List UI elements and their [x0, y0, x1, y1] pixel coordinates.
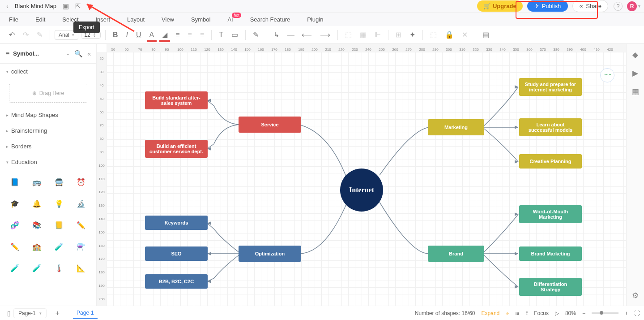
menu-view[interactable]: View — [162, 16, 174, 23]
graduate-icon[interactable]: 🎓 — [6, 195, 23, 212]
underline-button[interactable]: U — [133, 29, 144, 41]
back-button[interactable]: ‹ — [4, 3, 11, 10]
focus-label[interactable]: Focus — [534, 310, 549, 316]
align-right-button[interactable]: ≡ — [197, 29, 207, 41]
flask-icon[interactable]: 🧪 — [51, 238, 68, 255]
text-tool-button[interactable]: T — [216, 29, 226, 41]
lock-button[interactable]: 🔒 — [442, 29, 456, 41]
help-button[interactable]: ? — [614, 2, 623, 11]
page-tab[interactable]: Page-1 — [73, 308, 98, 319]
outline-icon[interactable]: ▯ — [4, 308, 13, 319]
node-service[interactable]: Service — [239, 117, 301, 133]
node-marketing[interactable]: Marketing — [428, 119, 484, 135]
menu-search-feature[interactable]: Search Feature — [250, 16, 290, 23]
pencils-icon[interactable]: ✏️ — [73, 216, 90, 234]
expand-icon[interactable]: ⟐ — [506, 310, 509, 316]
bell-icon[interactable]: 🔔 — [28, 195, 45, 212]
bold-button[interactable]: B — [110, 29, 121, 41]
save-icon[interactable]: ▣ — [63, 2, 69, 10]
node-marketing-leaf2[interactable]: Learn about successful models — [519, 118, 582, 136]
node-marketing-leaf3[interactable]: Creative Planning — [519, 154, 582, 169]
schoolbus-icon[interactable]: 🚍 — [51, 173, 68, 190]
share-button[interactable]: ∝ Share — [572, 0, 608, 12]
align-left-button[interactable]: ≡ — [173, 29, 182, 41]
add-page-button[interactable]: + — [55, 309, 60, 317]
node-opt-leaf3[interactable]: B2B, B2C, C2C — [145, 274, 208, 289]
arrow-start-button[interactable]: ⟵ — [299, 29, 315, 41]
fill-icon[interactable]: ◆ — [632, 50, 638, 60]
align-center-button[interactable]: ≡ — [185, 29, 195, 41]
image-button[interactable]: ▭ — [229, 29, 241, 41]
arrow-end-button[interactable]: ⟶ — [317, 29, 333, 41]
avatar-caret-icon[interactable]: ▾ — [638, 4, 640, 9]
star-icon[interactable]: ☆ — [87, 2, 93, 10]
pencil-icon[interactable]: ✏️ — [6, 238, 23, 255]
sidebar-collapse-icon[interactable]: « — [87, 50, 91, 57]
alarm-icon[interactable]: ⏰ — [73, 173, 90, 190]
ai-panel-icon[interactable]: ▶ — [632, 69, 638, 78]
table-button[interactable]: ▤ — [480, 29, 492, 41]
fullscreen-icon[interactable]: ⛶ — [634, 310, 640, 316]
node-service-leaf1[interactable]: Build standard after-sales system — [145, 91, 208, 109]
node-opt-leaf1[interactable]: Keywords — [145, 216, 208, 230]
binder-icon[interactable]: 📒 — [51, 216, 68, 234]
books-icon[interactable]: 📚 — [28, 216, 45, 234]
crop-button[interactable]: ⬚ — [427, 29, 439, 41]
tube-icon[interactable]: 🧪 — [6, 259, 23, 277]
node-brand-leaf3[interactable]: Differentiation Strategy — [519, 278, 582, 296]
pen-button[interactable]: ✎ — [250, 29, 261, 41]
align-objects-button[interactable]: ⊩ — [372, 29, 384, 41]
canvas[interactable]: 〰 Internet — [107, 52, 626, 306]
avatar[interactable]: R — [627, 1, 637, 11]
category-borders[interactable]: ▸Borders — [0, 138, 96, 154]
menu-layout[interactable]: Layout — [127, 16, 145, 23]
school-icon[interactable]: 🏫 — [28, 238, 45, 255]
export-icon[interactable]: ⇱ — [75, 2, 81, 10]
node-brand-leaf1[interactable]: Word-of-Mouth Marketing — [519, 205, 582, 223]
tools-button[interactable]: ✕ — [459, 29, 470, 41]
effects-button[interactable]: ✦ — [407, 29, 418, 41]
publish-button[interactable]: ✈ Publish — [527, 0, 568, 12]
node-opt-leaf2[interactable]: SEO — [145, 246, 208, 261]
format-painter-button[interactable]: ✎ — [34, 29, 45, 41]
italic-button[interactable]: I — [124, 29, 131, 41]
ruler-icon[interactable]: 📐 — [73, 259, 90, 277]
highlight-button[interactable]: ◢ — [159, 29, 170, 41]
node-center[interactable]: Internet — [340, 169, 383, 212]
tube2-icon[interactable]: 🧪 — [28, 259, 45, 277]
expand-link[interactable]: Expand — [482, 310, 500, 316]
grid-icon[interactable]: ▦ — [632, 87, 639, 96]
settings-panel-icon[interactable]: ⚙ — [632, 291, 639, 300]
group-button[interactable]: ⬚ — [342, 29, 354, 41]
redo-button[interactable]: ↷ — [20, 29, 31, 41]
dna-icon[interactable]: 🧬 — [6, 216, 23, 234]
thermometer-icon[interactable]: 🌡️ — [51, 259, 68, 277]
lamp-icon[interactable]: 💡 — [51, 195, 68, 212]
ungroup-button[interactable]: ▦ — [357, 29, 369, 41]
node-brand[interactable]: Brand — [428, 246, 484, 262]
beaker-icon[interactable]: ⚗️ — [73, 238, 90, 255]
node-marketing-leaf1[interactable]: Study and prepare for internet marketing — [519, 78, 582, 96]
menu-symbol[interactable]: Symbol — [191, 16, 210, 23]
book-icon[interactable]: 📘 — [6, 173, 23, 190]
category-mindmap-shapes[interactable]: ▸Mind Map Shapes — [0, 107, 96, 123]
play-icon[interactable]: ▷ — [555, 310, 559, 316]
microscope-icon[interactable]: 🔬 — [73, 195, 90, 212]
library-caret-icon[interactable]: ⌄ — [66, 51, 70, 56]
node-service-leaf2[interactable]: Build an efficient customer service dept… — [145, 140, 208, 158]
page-selector[interactable]: Page-1▾ — [13, 308, 47, 318]
menu-edit[interactable]: Edit — [35, 16, 45, 23]
zoom-slider[interactable] — [592, 312, 618, 314]
font-color-button[interactable]: A — [147, 29, 157, 41]
distribute-button[interactable]: ⊞ — [393, 29, 404, 41]
upgrade-button[interactable]: 🛒 Upgrade — [477, 0, 523, 12]
menu-ai[interactable]: AIhot — [227, 16, 233, 23]
connector-button[interactable]: ↳ — [271, 29, 282, 41]
category-education[interactable]: ▾Education — [0, 154, 96, 170]
drag-here-zone[interactable]: ⊕Drag Here — [9, 84, 87, 103]
menu-plugin[interactable]: Plugin — [307, 16, 323, 23]
node-brand-leaf2[interactable]: Brand Marketing — [519, 246, 582, 261]
node-optimization[interactable]: Optimization — [239, 246, 301, 262]
line-style-button[interactable]: — — [285, 29, 296, 41]
bus-icon[interactable]: 🚌 — [28, 173, 45, 190]
